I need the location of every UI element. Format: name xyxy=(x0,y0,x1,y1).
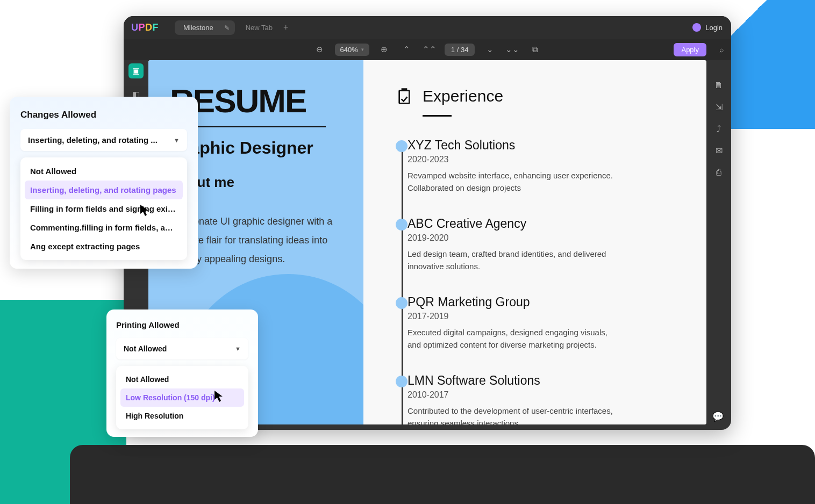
right-sidebar: 🗎 ⇲ ⤴ ✉ ⎙ xyxy=(706,81,731,177)
title-bar: UPDF Milestone ✎ New Tab + Login xyxy=(124,16,731,39)
changes-options-list: Not AllowedInserting, deleting, and rota… xyxy=(20,157,187,260)
dropdown-option[interactable]: Commenting.filling in form fields, and..… xyxy=(25,218,183,237)
underline xyxy=(423,115,452,117)
job-dates: 2010-2017 xyxy=(407,390,685,400)
tab-label: Milestone xyxy=(183,24,213,32)
dropdown-option[interactable]: Low Resolution (150 dpi) xyxy=(120,388,244,407)
zoom-level[interactable]: 640%▾ xyxy=(335,44,369,56)
job-desc: Revamped website interface, enhancing us… xyxy=(407,170,617,194)
add-tab-button[interactable]: + xyxy=(283,23,288,32)
timeline-item: LMN Software Solutions2010-2017Contribut… xyxy=(407,373,685,424)
job-desc: Executed digital campaigns, designed eng… xyxy=(407,327,617,351)
timeline-item: PQR Marketing Group2017-2019Executed dig… xyxy=(407,295,685,351)
dropdown-option[interactable]: Inserting, deleting, and rotating pages xyxy=(25,181,183,199)
dropdown-option[interactable]: Not Allowed xyxy=(120,370,244,388)
toolbar: ⊖ 640%▾ ⊕ ⌃ ⌃⌃ 1 / 34 ⌄ ⌄⌄ ⧉ Apply ⌕ xyxy=(124,39,731,60)
caret-down-icon: ▾ xyxy=(361,47,364,52)
job-title: PQR Marketing Group xyxy=(407,295,685,309)
job-dates: 2019-2020 xyxy=(407,233,685,243)
search-icon[interactable]: ⌕ xyxy=(719,45,724,54)
tab-active[interactable]: Milestone ✎ xyxy=(175,20,235,35)
zoom-in-button[interactable]: ⊕ xyxy=(377,42,392,57)
job-dates: 2017-2019 xyxy=(407,312,685,321)
printing-allowed-popup: Printing Allowed Not Allowed ▼ Not Allow… xyxy=(106,309,258,437)
printing-options-list: Not AllowedLow Resolution (150 dpi)High … xyxy=(116,366,248,429)
present-button[interactable]: ⧉ xyxy=(527,42,542,57)
changes-dropdown[interactable]: Inserting, deleting, and rotating ... ▼ xyxy=(20,129,187,151)
job-desc: Contributed to the development of user-c… xyxy=(407,405,617,424)
first-page-button[interactable]: ⌃⌃ xyxy=(422,42,437,57)
experience-timeline: XYZ Tech Solutions2020-2023Revamped webs… xyxy=(396,138,685,424)
mail-icon[interactable]: ✉ xyxy=(716,146,723,156)
dropdown-value: Inserting, deleting, and rotating ... xyxy=(28,135,158,145)
prev-page-button[interactable]: ⌃ xyxy=(399,42,414,57)
dropdown-value: Not Allowed xyxy=(124,344,167,353)
timeline-dot xyxy=(396,297,407,309)
login-button[interactable]: Login xyxy=(705,24,723,32)
share-icon[interactable]: ⤴ xyxy=(717,124,721,134)
printing-dropdown[interactable]: Not Allowed ▼ xyxy=(116,338,248,359)
job-dates: 2020-2023 xyxy=(407,155,685,164)
dropdown-option[interactable]: Not Allowed xyxy=(25,162,183,181)
timeline-dot xyxy=(396,219,407,231)
dropdown-option[interactable]: Filling in form fields and signing exist… xyxy=(25,199,183,218)
chat-icon[interactable]: 💬 xyxy=(712,411,724,422)
export-icon[interactable]: ⇲ xyxy=(716,102,723,112)
app-brand: UPDF xyxy=(131,22,159,33)
caret-down-icon: ▼ xyxy=(174,137,180,143)
apply-button[interactable]: Apply xyxy=(674,43,706,56)
resume-right-panel: Experience XYZ Tech Solutions2020-2023Re… xyxy=(363,60,706,424)
next-page-button[interactable]: ⌄ xyxy=(482,42,497,57)
job-title: ABC Creative Agency xyxy=(407,217,685,231)
zoom-out-button[interactable]: ⊖ xyxy=(312,42,327,57)
timeline-item: ABC Creative Agency2019-2020Led design t… xyxy=(407,217,685,272)
dropdown-option[interactable]: High Resolution xyxy=(120,407,244,425)
last-page-button[interactable]: ⌄⌄ xyxy=(505,42,520,57)
reader-tool-icon[interactable]: ▣ xyxy=(128,63,144,78)
changes-allowed-popup: Changes Allowed Inserting, deleting, and… xyxy=(10,97,198,269)
clipboard-icon xyxy=(396,88,413,105)
avatar-icon xyxy=(692,23,701,32)
job-title: XYZ Tech Solutions xyxy=(407,138,685,153)
file-icon[interactable]: 🗎 xyxy=(714,81,723,90)
print-icon[interactable]: ⎙ xyxy=(716,168,721,177)
caret-down-icon: ▼ xyxy=(235,345,241,352)
timeline-dot xyxy=(396,140,407,152)
new-tab[interactable]: New Tab xyxy=(246,24,273,32)
timeline-item: XYZ Tech Solutions2020-2023Revamped webs… xyxy=(407,138,685,194)
experience-heading: Experience xyxy=(423,87,503,105)
dropdown-option[interactable]: Ang except extracting pages xyxy=(25,237,183,256)
job-desc: Led design team, crafted brand identitie… xyxy=(407,248,617,272)
pencil-icon: ✎ xyxy=(224,24,230,32)
popup-title: Printing Allowed xyxy=(116,320,248,329)
page-indicator[interactable]: 1 / 34 xyxy=(445,44,475,56)
decor-base-bar xyxy=(70,445,815,504)
job-title: LMN Software Solutions xyxy=(407,373,685,388)
timeline-dot xyxy=(396,376,407,387)
popup-title: Changes Allowed xyxy=(20,110,187,120)
